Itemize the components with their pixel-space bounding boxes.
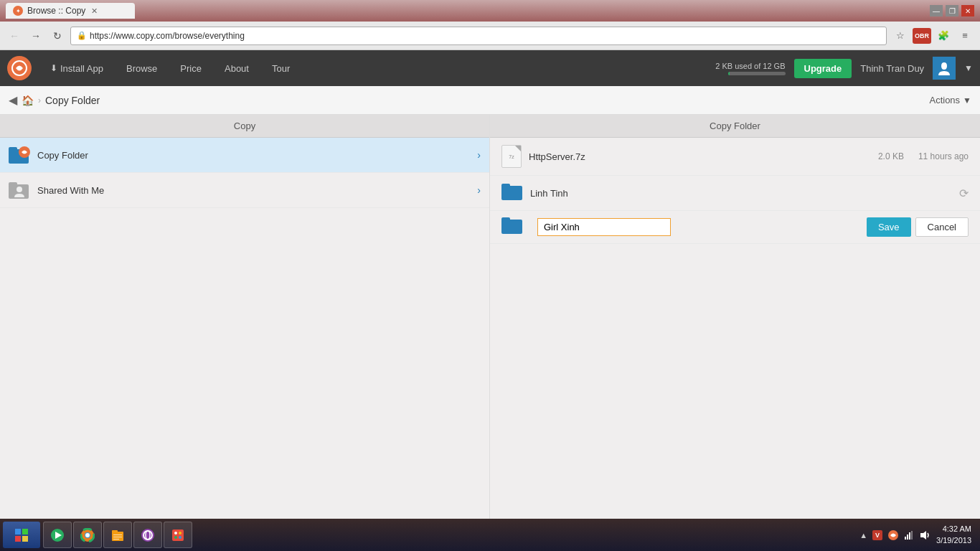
browser-tab[interactable]: ✦ Browse :: Copy ✕ bbox=[6, 3, 135, 19]
media-player-icon bbox=[50, 528, 65, 542]
taskbar-item-paint[interactable] bbox=[164, 522, 192, 548]
user-name: Thinh Tran Duy bbox=[860, 63, 924, 74]
svg-point-30 bbox=[174, 532, 177, 534]
maximize-button[interactable]: ❐ bbox=[946, 5, 958, 17]
linh-tinh-options-icon[interactable]: ⟳ bbox=[959, 187, 969, 200]
folder-name-linh-tinh: Linh Tinh bbox=[530, 188, 952, 199]
storage-text: 2 KB used of 12 GB bbox=[715, 62, 785, 70]
nav-tour[interactable]: Tour bbox=[260, 50, 301, 86]
shared-with-me-icon bbox=[9, 180, 30, 200]
right-item-httpserver[interactable]: 7z HttpServer.7z 2.0 KB 11 hours ago bbox=[490, 138, 980, 176]
svg-rect-25 bbox=[113, 539, 119, 540]
clock-date: 3/19/2013 bbox=[936, 535, 971, 546]
file-time: 11 hours ago bbox=[918, 151, 969, 161]
copy-folder-arrow: › bbox=[477, 149, 481, 161]
back-button[interactable]: ← bbox=[6, 27, 23, 44]
nav-about[interactable]: About bbox=[213, 50, 260, 86]
opera-icon bbox=[141, 528, 155, 542]
network-tray-icon bbox=[903, 529, 915, 541]
right-panel: Copy Folder 7z HttpServer.7z 2.0 KB 11 h… bbox=[490, 115, 980, 519]
svg-rect-37 bbox=[905, 537, 906, 540]
copy-folder-icon bbox=[9, 145, 30, 165]
cancel-rename-button[interactable]: Cancel bbox=[915, 217, 969, 237]
svg-rect-5 bbox=[9, 182, 17, 187]
actions-label: Actions bbox=[929, 95, 960, 105]
files-icon bbox=[110, 528, 125, 542]
user-avatar-button[interactable] bbox=[933, 57, 956, 80]
left-panel-item-copy-folder[interactable]: Copy Folder › bbox=[0, 138, 489, 173]
taskbar-right: ▲ V 4:32 AM 3/19/2013 bbox=[859, 524, 977, 546]
svg-rect-13 bbox=[15, 536, 21, 542]
svg-text:V: V bbox=[875, 532, 880, 539]
svg-point-6 bbox=[17, 187, 22, 192]
address-bar[interactable]: 🔒 https://www.copy.com/browse/everything bbox=[70, 27, 887, 45]
system-clock: 4:32 AM 3/19/2013 bbox=[936, 524, 971, 546]
logo-svg bbox=[11, 60, 27, 76]
breadcrumb-bar: ◀ 🏠 › Copy Folder Actions ▼ bbox=[0, 86, 980, 115]
right-panel-items: 7z HttpServer.7z 2.0 KB 11 hours ago Lin… bbox=[490, 138, 980, 519]
svg-rect-23 bbox=[113, 534, 122, 535]
taskbar-item-browser2[interactable] bbox=[133, 522, 162, 548]
breadcrumb-home-button[interactable]: 🏠 bbox=[22, 95, 34, 106]
left-panel: Copy Copy Folder › bbox=[0, 115, 490, 519]
svg-rect-2 bbox=[9, 147, 17, 151]
rename-buttons: Save Cancel bbox=[867, 217, 969, 237]
save-rename-button[interactable]: Save bbox=[867, 217, 911, 237]
taskbar-item-chrome[interactable] bbox=[73, 522, 102, 548]
user-dropdown-arrow[interactable]: ▼ bbox=[964, 63, 973, 73]
tour-label: Tour bbox=[272, 63, 290, 74]
svg-rect-12 bbox=[22, 529, 28, 534]
extensions-icon[interactable]: 🧩 bbox=[934, 27, 953, 45]
chrome-icon bbox=[80, 528, 95, 542]
right-item-linh-tinh[interactable]: Linh Tinh ⟳ bbox=[490, 176, 980, 211]
ssl-lock-icon: 🔒 bbox=[77, 31, 87, 40]
extension-button[interactable]: OBR bbox=[913, 28, 931, 44]
tray-show-icons[interactable]: ▲ bbox=[859, 531, 867, 540]
taskbar-item-files[interactable] bbox=[103, 522, 132, 548]
browser-toolbar: ← → ↻ 🔒 https://www.copy.com/browse/ever… bbox=[0, 22, 980, 50]
nav-install-app[interactable]: ⬇ Install App bbox=[39, 50, 115, 86]
tab-title: Browse :: Copy bbox=[27, 6, 85, 16]
left-panel-item-shared-with-me[interactable]: Shared With Me › bbox=[0, 173, 489, 208]
about-label: About bbox=[225, 63, 249, 74]
nav-browse[interactable]: Browse bbox=[115, 50, 169, 86]
nav-price[interactable]: Price bbox=[169, 50, 213, 86]
svg-marker-41 bbox=[920, 531, 926, 540]
svg-point-32 bbox=[174, 536, 177, 539]
main-content: Copy Copy Folder › bbox=[0, 115, 980, 519]
svg-rect-11 bbox=[15, 529, 21, 534]
left-panel-header: Copy bbox=[0, 115, 489, 138]
storage-bar bbox=[728, 72, 786, 75]
svg-point-31 bbox=[179, 532, 182, 534]
file-meta: 2.0 KB 11 hours ago bbox=[878, 151, 969, 161]
reload-button[interactable]: ↻ bbox=[49, 27, 66, 44]
left-panel-items: Copy Folder › Shared With Me › bbox=[0, 138, 489, 519]
browser-titlebar: ✦ Browse :: Copy ✕ — ❐ ✕ bbox=[0, 0, 980, 22]
tab-close-button[interactable]: ✕ bbox=[91, 6, 98, 16]
forward-button[interactable]: → bbox=[27, 27, 44, 44]
svg-rect-40 bbox=[911, 531, 913, 540]
file-name-httpserver: HttpServer.7z bbox=[529, 151, 878, 162]
copy-tray-icon bbox=[887, 529, 899, 541]
actions-chevron-icon: ▼ bbox=[963, 95, 971, 105]
svg-rect-8 bbox=[501, 184, 510, 188]
breadcrumb-back-button[interactable]: ◀ bbox=[9, 93, 17, 107]
taskbar-item-media[interactable] bbox=[43, 522, 72, 548]
sound-tray-icon bbox=[919, 529, 930, 541]
actions-dropdown[interactable]: Actions ▼ bbox=[929, 95, 971, 105]
bookmark-star-icon[interactable]: ☆ bbox=[891, 27, 910, 45]
svg-point-20 bbox=[85, 533, 90, 537]
windows-logo-icon bbox=[14, 528, 29, 542]
start-button[interactable] bbox=[3, 522, 40, 548]
price-label: Price bbox=[180, 63, 202, 74]
browse-label: Browse bbox=[126, 63, 157, 74]
folder-rename-input[interactable] bbox=[537, 218, 671, 236]
girl-xinh-folder-icon bbox=[501, 217, 523, 237]
upgrade-button[interactable]: Upgrade bbox=[794, 59, 852, 78]
close-button[interactable]: ✕ bbox=[961, 5, 974, 17]
file-size: 2.0 KB bbox=[878, 151, 904, 161]
menu-icon[interactable]: ≡ bbox=[956, 27, 974, 45]
svg-rect-39 bbox=[909, 532, 910, 540]
minimize-button[interactable]: — bbox=[930, 5, 943, 17]
svg-rect-22 bbox=[112, 530, 118, 533]
